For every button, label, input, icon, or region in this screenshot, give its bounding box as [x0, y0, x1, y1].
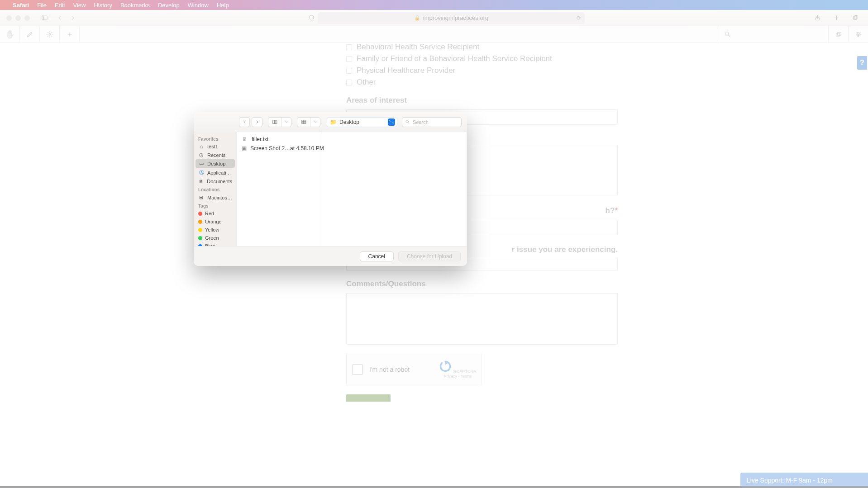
dialog-search[interactable]: Search — [402, 117, 462, 127]
checkbox-row[interactable]: Physical Healthcare Provider — [346, 66, 622, 75]
search-placeholder: Search — [413, 119, 429, 125]
checkbox-row[interactable]: Family or Friend of a Behavioral Health … — [346, 54, 622, 63]
menu-history[interactable]: History — [94, 2, 112, 9]
recaptcha-checkbox[interactable] — [352, 364, 363, 375]
share-icon[interactable] — [811, 13, 824, 23]
sidebar-item-macintosh[interactable]: ⊟Macintos… — [196, 193, 235, 202]
view-dropdown-icon[interactable] — [281, 118, 291, 127]
sliders-icon[interactable] — [848, 26, 868, 43]
sidebar-heading-favorites: Favorites — [196, 135, 235, 142]
menu-edit[interactable]: Edit — [55, 2, 65, 9]
view-columns-icon[interactable] — [268, 118, 281, 127]
sidebar-toggle-icon[interactable] — [38, 13, 51, 23]
sidebar-item-documents[interactable]: 🗎Documents — [196, 177, 235, 185]
svg-point-10 — [725, 32, 729, 36]
recaptcha-logo: reCAPTCHAPrivacy · Terms — [439, 360, 476, 379]
layers-icon[interactable] — [828, 26, 848, 43]
dialog-toolbar: 📁 Desktop ⌃⌄ Search — [194, 112, 467, 132]
safari-toolbar: 🔒 improvingmipractices.org ⟳ — [0, 10, 868, 26]
document-icon: 🗎 — [198, 179, 204, 184]
file-row[interactable]: ▣Screen Shot 2…at 4.58.10 PM — [237, 144, 322, 153]
svg-line-28 — [408, 123, 409, 123]
sidebar-tag-yellow[interactable]: Yellow — [196, 226, 235, 234]
cancel-button[interactable]: Cancel — [360, 251, 394, 261]
group-icon[interactable] — [297, 118, 310, 127]
choose-for-upload-button[interactable]: Choose for Upload — [398, 251, 461, 261]
pencil-icon[interactable] — [20, 26, 40, 43]
svg-point-27 — [406, 120, 409, 123]
comments-textarea[interactable] — [346, 293, 618, 345]
add-icon[interactable] — [60, 26, 80, 43]
preview-column — [322, 132, 467, 246]
lock-icon: 🔒 — [414, 15, 420, 21]
svg-rect-20 — [273, 120, 277, 124]
checkbox-label: Behavioral Health Service Recipient — [357, 43, 479, 52]
clock-icon: ◷ — [198, 152, 205, 158]
menu-bookmarks[interactable]: Bookmarks — [120, 2, 150, 9]
privacy-report-icon[interactable] — [305, 13, 318, 23]
menu-help[interactable]: Help — [217, 2, 229, 9]
hand-tool-icon[interactable]: ✋ — [0, 26, 20, 43]
new-tab-icon[interactable] — [830, 13, 843, 23]
help-tab[interactable]: ? — [856, 55, 868, 71]
tabs-overview-icon[interactable] — [849, 13, 862, 23]
submit-button[interactable] — [346, 394, 391, 402]
address-bar[interactable]: 🔒 improvingmipractices.org ⟳ — [318, 12, 585, 24]
toolbar-search-icon[interactable] — [717, 26, 738, 43]
checkbox-row[interactable]: Other — [346, 78, 622, 87]
forward-button[interactable] — [66, 13, 79, 23]
sidebar-heading-tags: Tags — [196, 202, 235, 209]
location-popup[interactable]: 📁 Desktop ⌃⌄ — [327, 117, 397, 127]
menu-develop[interactable]: Develop — [158, 2, 180, 9]
app-toolbar: ✋ — [0, 26, 868, 43]
dialog-sidebar: Favorites ⌂test1 ◷Recents ▭Desktop ⒶAppl… — [194, 132, 237, 246]
sidebar-heading-locations: Locations — [196, 185, 235, 193]
back-button[interactable] — [53, 13, 66, 23]
dialog-back-button[interactable] — [239, 117, 250, 127]
sidebar-item-test1[interactable]: ⌂test1 — [196, 142, 235, 151]
svg-point-17 — [857, 32, 858, 33]
tag-dot-icon — [198, 236, 202, 240]
group-dropdown-icon[interactable] — [310, 118, 320, 127]
menu-view[interactable]: View — [73, 2, 86, 9]
file-open-dialog: 📁 Desktop ⌃⌄ Search Favorites ⌂test1 ◷Re… — [194, 112, 467, 266]
app-name[interactable]: Safari — [13, 2, 29, 9]
svg-rect-0 — [42, 16, 47, 20]
dialog-footer: Cancel Choose for Upload — [194, 246, 467, 266]
desktop-icon: ▭ — [198, 161, 205, 166]
svg-point-19 — [858, 35, 859, 37]
file-row[interactable]: 🗎filler.txt — [237, 135, 322, 144]
comments-heading: Comments/Questions — [346, 280, 622, 289]
sidebar-tag-blue[interactable]: Blue — [196, 242, 235, 246]
file-column: 🗎filler.txt ▣Screen Shot 2…at 4.58.10 PM — [237, 132, 322, 246]
svg-rect-13 — [837, 32, 841, 35]
checkbox-label: Family or Friend of a Behavioral Health … — [357, 54, 552, 63]
apps-icon: Ⓐ — [198, 169, 205, 176]
menu-window[interactable]: Window — [188, 2, 209, 9]
gear-icon[interactable] — [40, 26, 60, 43]
svg-rect-26 — [304, 122, 306, 123]
sidebar-tag-red[interactable]: Red — [196, 209, 235, 218]
tag-dot-icon — [198, 228, 202, 232]
macos-menubar: Safari File Edit View History Bookmarks … — [0, 0, 868, 10]
sidebar-tag-orange[interactable]: Orange — [196, 218, 235, 226]
sidebar-item-desktop[interactable]: ▭Desktop — [196, 159, 235, 168]
dialog-forward-button[interactable] — [252, 117, 262, 127]
menu-file[interactable]: File — [37, 2, 47, 9]
checkbox-label: Other — [357, 78, 376, 87]
sidebar-item-recents[interactable]: ◷Recents — [196, 151, 235, 159]
file-icon: 🗎 — [242, 136, 248, 142]
reload-icon[interactable]: ⟳ — [577, 15, 581, 21]
tag-dot-icon — [198, 220, 202, 224]
checkbox-row[interactable]: Behavioral Health Service Recipient — [346, 43, 622, 52]
window-traffic-lights[interactable] — [0, 15, 30, 21]
svg-rect-23 — [302, 120, 304, 122]
sidebar-tag-green[interactable]: Green — [196, 234, 235, 242]
recaptcha[interactable]: I'm not a robot reCAPTCHAPrivacy · Terms — [346, 353, 482, 386]
home-icon: ⌂ — [198, 144, 205, 149]
live-support-bar[interactable]: Live Support: M-F 9am - 12pm — [740, 473, 868, 488]
svg-line-11 — [728, 35, 730, 36]
recaptcha-label: I'm not a robot — [369, 366, 410, 373]
tag-dot-icon — [198, 212, 202, 216]
sidebar-item-applications[interactable]: ⒶApplicati… — [196, 168, 235, 177]
